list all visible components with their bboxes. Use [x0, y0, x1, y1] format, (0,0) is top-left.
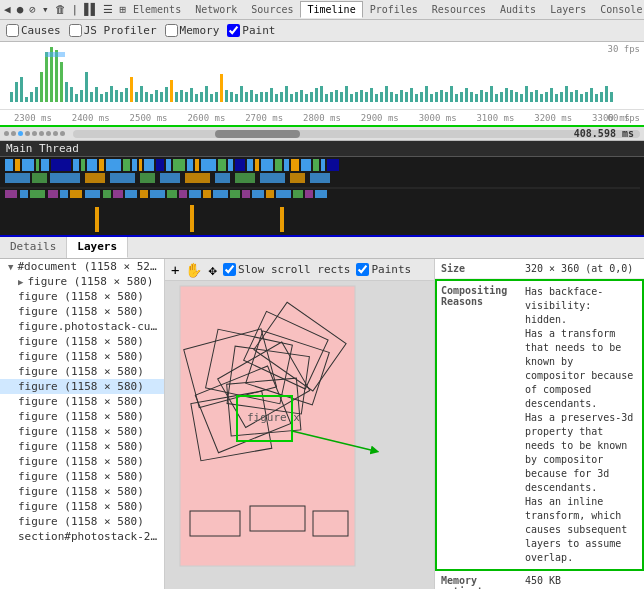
- bar-chart-icon[interactable]: ▋▋: [84, 3, 97, 16]
- memory-value: 450 KB: [525, 575, 638, 589]
- slow-scroll-checkbox[interactable]: [223, 263, 236, 276]
- tree-item[interactable]: figure (1158 × 580): [0, 439, 164, 454]
- slow-scroll-label[interactable]: Slow scroll rects: [223, 263, 351, 276]
- tree-item[interactable]: section#photostack-2 (...: [0, 529, 164, 544]
- svg-rect-194: [276, 190, 291, 198]
- tab-layers[interactable]: Layers: [543, 1, 593, 18]
- circle-icon[interactable]: ●: [17, 3, 24, 16]
- svg-rect-192: [252, 190, 264, 198]
- svg-rect-173: [5, 190, 17, 198]
- hand-icon[interactable]: ✋: [185, 262, 202, 278]
- paint-checkbox[interactable]: [227, 24, 240, 37]
- tab-elements[interactable]: Elements: [126, 1, 188, 18]
- svg-rect-76: [370, 88, 373, 102]
- svg-rect-125: [5, 159, 13, 171]
- svg-rect-104: [510, 90, 513, 102]
- back-icon[interactable]: ◀: [4, 3, 11, 16]
- svg-rect-124: [610, 92, 613, 102]
- svg-rect-198: [95, 207, 99, 232]
- tree-arrow-icon[interactable]: ▼: [8, 262, 13, 272]
- svg-rect-175: [30, 190, 45, 198]
- thread-timeline: [0, 157, 644, 237]
- tab-audits[interactable]: Audits: [493, 1, 543, 18]
- svg-rect-157: [321, 159, 325, 171]
- tree-item[interactable]: figure (1158 × 580): [0, 334, 164, 349]
- tree-item[interactable]: figure (1158 × 580): [0, 409, 164, 424]
- svg-rect-20: [110, 86, 113, 102]
- layers-panel: ▼#document (1158 × 5275)▶figure (1158 × …: [0, 259, 644, 589]
- tree-item[interactable]: figure (1158 × 580): [0, 304, 164, 319]
- tree-item[interactable]: figure (1158 × 580): [0, 454, 164, 469]
- paints-label[interactable]: Paints: [356, 263, 411, 276]
- js-profiler-checkbox-label[interactable]: JS Profiler: [69, 24, 157, 37]
- grid-icon[interactable]: ⊞: [119, 3, 126, 16]
- tree-item-label: figure (1158 × 580): [18, 500, 144, 513]
- svg-rect-13: [75, 94, 78, 102]
- stop-icon[interactable]: ⊘: [29, 3, 36, 16]
- causes-checkbox[interactable]: [6, 24, 19, 37]
- list-icon[interactable]: ☰: [103, 3, 113, 16]
- js-profiler-checkbox[interactable]: [69, 24, 82, 37]
- tree-item[interactable]: ▶figure (1158 × 580): [0, 274, 164, 289]
- time-indicator: 408.598 ms: [574, 128, 634, 139]
- memory-checkbox[interactable]: [165, 24, 178, 37]
- paint-checkbox-label[interactable]: Paint: [227, 24, 275, 37]
- svg-rect-43: [225, 90, 228, 102]
- causes-label: Causes: [21, 24, 61, 37]
- tab-details[interactable]: Details: [0, 237, 67, 258]
- tab-sources[interactable]: Sources: [244, 1, 300, 18]
- paints-checkbox[interactable]: [356, 263, 369, 276]
- svg-rect-130: [51, 159, 71, 171]
- svg-rect-86: [420, 92, 423, 102]
- svg-rect-82: [400, 90, 403, 102]
- tree-item[interactable]: figure (1158 × 580): [0, 499, 164, 514]
- scrollbar-track[interactable]: [73, 130, 640, 138]
- filter-icon[interactable]: ▾: [42, 3, 49, 16]
- svg-rect-174: [20, 190, 28, 198]
- svg-rect-61: [295, 92, 298, 102]
- svg-rect-58: [170, 80, 173, 102]
- memory-checkbox-label[interactable]: Memory: [165, 24, 220, 37]
- svg-rect-37: [195, 94, 198, 102]
- tab-network[interactable]: Network: [188, 1, 244, 18]
- move-icon[interactable]: ✥: [208, 262, 216, 278]
- tab-resources[interactable]: Resources: [425, 1, 493, 18]
- svg-rect-106: [520, 94, 523, 102]
- tree-item[interactable]: figure (1158 × 580): [0, 484, 164, 499]
- tab-profiles[interactable]: Profiles: [363, 1, 425, 18]
- svg-rect-133: [87, 159, 97, 171]
- tab-layers[interactable]: Layers: [67, 237, 128, 258]
- svg-rect-47: [245, 92, 248, 102]
- tree-item[interactable]: figure (1158 × 580): [0, 394, 164, 409]
- tree-item-label: figure (1158 × 580): [27, 275, 153, 288]
- tree-item[interactable]: figure (1158 × 580): [0, 514, 164, 529]
- tab-console[interactable]: Console: [593, 1, 644, 18]
- tree-arrow-icon[interactable]: ▶: [18, 277, 23, 287]
- tree-item[interactable]: figure (1158 × 580): [0, 349, 164, 364]
- tree-item[interactable]: figure (1158 × 580): [0, 469, 164, 484]
- plus-icon[interactable]: +: [171, 262, 179, 278]
- tab-timeline[interactable]: Timeline: [300, 1, 362, 18]
- svg-rect-83: [405, 92, 408, 102]
- tree-item[interactable]: figure.photostack-curre...: [0, 319, 164, 334]
- tree-item[interactable]: ▼#document (1158 × 5275): [0, 259, 164, 274]
- scrollbar-thumb[interactable]: [215, 130, 300, 138]
- tree-item[interactable]: figure (1158 × 580): [0, 364, 164, 379]
- svg-rect-146: [218, 159, 226, 171]
- tree-item[interactable]: figure (1158 × 580): [0, 289, 164, 304]
- svg-rect-141: [166, 159, 171, 171]
- svg-rect-168: [235, 173, 255, 183]
- time-label-8: 3100 ms: [476, 113, 514, 123]
- tree-item[interactable]: figure (1158 × 580): [0, 379, 164, 394]
- svg-rect-29: [155, 90, 158, 102]
- trash-icon[interactable]: 🗑: [55, 3, 66, 16]
- svg-rect-45: [235, 94, 238, 102]
- dot-6: [39, 131, 44, 136]
- svg-rect-151: [261, 159, 273, 171]
- causes-checkbox-label[interactable]: Causes: [6, 24, 61, 37]
- svg-rect-80: [390, 92, 393, 102]
- main-thread-header: Main Thread: [0, 141, 644, 157]
- tree-item[interactable]: figure (1158 × 580): [0, 424, 164, 439]
- svg-rect-84: [410, 88, 413, 102]
- scrollbar-row[interactable]: 408.598 ms: [0, 127, 644, 141]
